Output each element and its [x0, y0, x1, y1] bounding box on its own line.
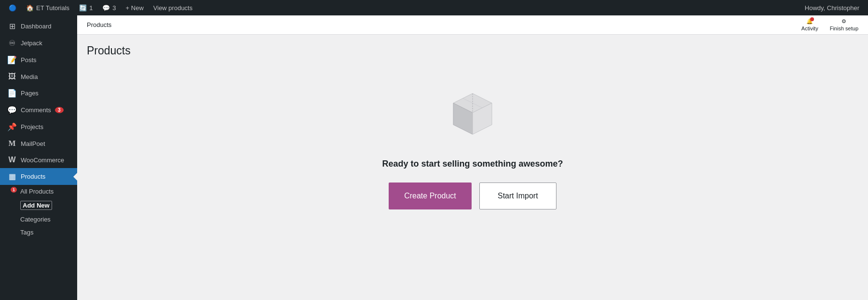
sidebar-label-pages: Pages: [21, 90, 39, 97]
sidebar-active-arrow: [73, 173, 77, 181]
sidebar-label-woocommerce: WooCommerce: [21, 157, 64, 164]
comments-nav-icon: 💬: [7, 105, 17, 115]
empty-state-message: Ready to start selling something awesome…: [382, 159, 563, 169]
sidebar-label-comments: Comments: [21, 106, 51, 114]
adminbar-comments[interactable]: 💬 3: [97, 0, 121, 15]
page-content: Products R: [77, 35, 868, 238]
sidebar-item-products[interactable]: ▦ Products: [0, 168, 77, 185]
sidebar-label-jetpack: Jetpack: [21, 39, 42, 47]
sidebar-item-woocommerce[interactable]: W WooCommerce: [0, 152, 77, 168]
sidebar-label-projects: Projects: [21, 123, 43, 130]
submenu-label-all-products: All Products: [20, 188, 54, 195]
sidebar-label-products: Products: [21, 173, 45, 180]
sidebar-label-dashboard: Dashboard: [21, 23, 52, 30]
adminbar-wp-logo[interactable]: 🔵: [4, 0, 21, 15]
updates-icon: 🔄: [79, 4, 87, 12]
comments-badge: 3: [55, 107, 64, 113]
products-empty-state: Ready to start selling something awesome…: [87, 57, 858, 229]
submenu-tags[interactable]: Tags: [0, 226, 77, 239]
view-products-label: View products: [153, 4, 192, 12]
jetpack-icon: ♾: [7, 39, 17, 48]
sidebar-item-media[interactable]: 🖼 Media: [0, 68, 77, 85]
finish-setup-icon: ⚙: [841, 18, 846, 25]
media-icon: 🖼: [7, 72, 17, 81]
updates-count: 1: [89, 4, 93, 12]
main-content: Products 🔔 Activity ⚙ Finish setup Produ…: [77, 15, 868, 300]
create-product-button[interactable]: Create Product: [389, 183, 472, 209]
products-icon: ▦: [7, 172, 17, 181]
sidebar-item-dashboard[interactable]: ⊞ Dashboard: [0, 18, 77, 35]
header-actions: 🔔 Activity ⚙ Finish setup: [801, 18, 858, 31]
adminbar-view-products[interactable]: View products: [149, 0, 197, 15]
dashboard-icon: ⊞: [7, 22, 17, 31]
activity-label: Activity: [801, 26, 818, 31]
sidebar-item-mailpoet[interactable]: M MailPoet: [0, 135, 77, 152]
new-label: + New: [126, 4, 144, 12]
finish-setup-button[interactable]: ⚙ Finish setup: [830, 18, 858, 31]
page-title: Products: [87, 44, 858, 57]
wp-logo-icon: 🔵: [9, 4, 16, 12]
sidebar-label-mailpoet: MailPoet: [21, 140, 45, 147]
adminbar-updates[interactable]: 🔄 1: [74, 0, 97, 15]
sidebar-label-posts: Posts: [21, 56, 37, 64]
sidebar-item-jetpack[interactable]: ♾ Jetpack: [0, 35, 77, 52]
empty-state-actions: Create Product Start Import: [389, 183, 556, 209]
comments-count: 3: [112, 4, 116, 12]
sidebar-item-pages[interactable]: 📄 Pages: [0, 85, 77, 102]
submenu-categories[interactable]: Categories: [0, 213, 77, 226]
user-greeting: Howdy, Christopher: [805, 4, 859, 12]
submenu-all-products[interactable]: 1 All Products: [0, 185, 77, 198]
activity-icon: 🔔: [806, 18, 813, 25]
pages-icon: 📄: [7, 89, 17, 98]
page-header: Products 🔔 Activity ⚙ Finish setup: [77, 15, 868, 35]
admin-bar: 🔵 🏠 ET Tutorials 🔄 1 💬 3 + New View prod…: [0, 0, 868, 15]
site-name-label: ET Tutorials: [36, 4, 69, 12]
sidebar-item-projects[interactable]: 📌 Projects: [0, 118, 77, 135]
posts-icon: 📝: [7, 55, 17, 65]
all-products-badge: 1: [11, 187, 17, 193]
finish-setup-label: Finish setup: [830, 26, 858, 31]
activity-notification-dot: [810, 17, 814, 21]
submenu-label-add-new: Add New: [20, 201, 52, 210]
adminbar-new[interactable]: + New: [121, 0, 149, 15]
adminbar-user: Howdy, Christopher: [805, 4, 864, 12]
woocommerce-icon: W: [7, 156, 17, 164]
sidebar-item-posts[interactable]: 📝 Posts: [0, 52, 77, 68]
activity-button[interactable]: 🔔 Activity: [801, 18, 818, 31]
comments-icon: 💬: [102, 4, 110, 12]
page-header-title: Products: [87, 21, 111, 28]
submenu-add-new[interactable]: Add New: [0, 198, 77, 213]
start-import-button[interactable]: Start Import: [479, 183, 556, 209]
sidebar: ⊞ Dashboard ♾ Jetpack 📝 Posts 🖼 Media 📄 …: [0, 15, 77, 300]
submenu-label-tags: Tags: [20, 229, 33, 236]
sidebar-item-comments[interactable]: 💬 Comments 3: [0, 102, 77, 118]
empty-box-illustration: [444, 86, 502, 145]
mailpoet-icon: M: [7, 139, 17, 148]
projects-icon: 📌: [7, 122, 17, 131]
adminbar-site-name[interactable]: 🏠 ET Tutorials: [21, 0, 74, 15]
home-icon: 🏠: [26, 4, 34, 12]
sidebar-label-media: Media: [21, 73, 38, 80]
submenu-label-categories: Categories: [20, 216, 51, 223]
